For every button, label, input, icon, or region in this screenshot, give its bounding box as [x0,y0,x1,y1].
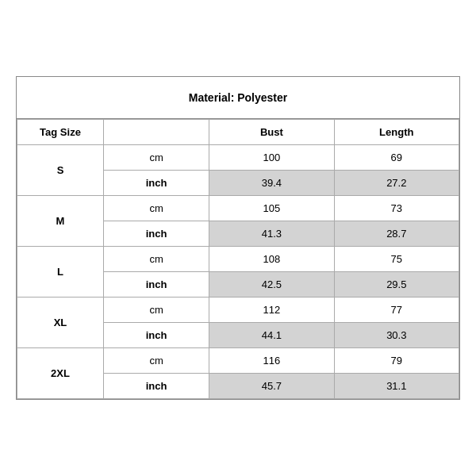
length-cm: 79 [334,348,459,374]
header-bust: Bust [209,120,334,145]
bust-inch: 45.7 [209,374,334,399]
bust-cm: 108 [209,247,334,272]
unit-inch: inch [103,171,209,196]
length-cm: 75 [334,247,459,272]
size-label: L [17,247,104,298]
unit-cm: cm [103,298,209,323]
size-table: Tag Size Bust Length Scm10069inch39.427.… [17,119,459,399]
table-row: XLcm11277 [17,298,459,323]
unit-cm: cm [103,348,209,374]
size-label: 2XL [17,348,104,399]
bust-cm: 112 [209,298,334,323]
table-row: Scm10069 [17,145,459,171]
unit-cm: cm [103,247,209,272]
length-inch: 28.7 [334,221,459,247]
header-unit [103,120,209,145]
length-inch: 31.1 [334,374,459,399]
length-cm: 69 [334,145,459,171]
header-length: Length [334,120,459,145]
bust-cm: 116 [209,348,334,374]
bust-inch: 44.1 [209,323,334,348]
length-inch: 30.3 [334,323,459,348]
unit-inch: inch [103,323,209,348]
size-label: XL [17,298,104,348]
bust-cm: 100 [209,145,334,171]
length-cm: 77 [334,298,459,323]
length-cm: 73 [334,196,459,221]
unit-inch: inch [103,272,209,298]
table-row: Lcm10875 [17,247,459,272]
table-row: 2XLcm11679 [17,348,459,374]
size-label: M [17,196,104,247]
length-inch: 27.2 [334,171,459,196]
size-chart-container: Material: Polyester Tag Size Bust Length… [16,76,460,400]
unit-cm: cm [103,196,209,221]
bust-inch: 39.4 [209,171,334,196]
unit-cm: cm [103,145,209,171]
chart-title: Material: Polyester [17,77,459,119]
bust-inch: 42.5 [209,272,334,298]
bust-inch: 41.3 [209,221,334,247]
unit-inch: inch [103,221,209,247]
length-inch: 29.5 [334,272,459,298]
bust-cm: 105 [209,196,334,221]
header-tag-size: Tag Size [17,120,104,145]
size-label: S [17,145,104,196]
unit-inch: inch [103,374,209,399]
table-row: Mcm10573 [17,196,459,221]
table-header-row: Tag Size Bust Length [17,120,459,145]
